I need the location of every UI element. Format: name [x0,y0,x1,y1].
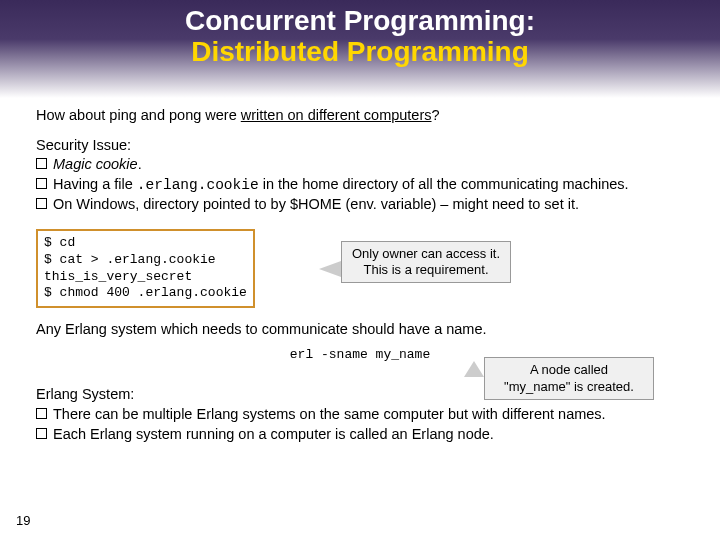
intro-question: How about ping and pong were written on … [36,106,684,126]
security-bullet: Having a file .erlang.cookie in the home… [36,175,684,196]
node-callout-wrap: A node called "my_name" is created. [36,363,684,409]
erlang-system-bullet: Each Erlang system running on a computer… [36,425,684,445]
terminal-callout-wrap: $ cd $ cat > .erlang.cookie this_is_very… [36,223,684,319]
security-issue-block: Security Issue: Magic cookie. Having a f… [36,136,684,215]
slide-content: How about ping and pong were written on … [0,98,720,444]
naming-paragraph: Any Erlang system which needs to communi… [36,320,684,340]
node-created-callout: A node called "my_name" is created. [484,357,654,400]
security-bullet: Magic cookie. [36,155,684,175]
question-underlined: written on different computers [241,107,432,123]
bullet-text: Each Erlang system running on a computer… [53,425,494,445]
term-line: $ cd [44,235,75,250]
term-line: this_is_very_secret [44,269,192,284]
bullet-rest: . [138,156,142,172]
callout-pointer-icon [319,261,341,277]
bullet-italic: Magic cookie [53,156,138,172]
title-line-2: Distributed Programming [0,37,720,68]
security-bullet: On Windows, directory pointed to by $HOM… [36,195,684,215]
terminal-snippet: $ cd $ cat > .erlang.cookie this_is_very… [36,229,255,309]
callout-line: A node called [493,362,645,378]
square-bullet-icon [36,178,47,189]
question-prefix: How about ping and pong were [36,107,241,123]
bullet-prefix: Having a file [53,176,137,192]
security-heading: Security Issue: [36,136,684,156]
bullet-mono: .erlang.cookie [137,177,259,193]
square-bullet-icon [36,198,47,209]
square-bullet-icon [36,158,47,169]
owner-access-callout: Only owner can access it. This is a requ… [341,241,511,284]
callout-pointer-icon [464,361,484,377]
callout-line: This is a requirement. [350,262,502,278]
callout-line: "my_name" is created. [493,379,645,395]
slide-header: Concurrent Programming: Distributed Prog… [0,0,720,98]
question-suffix: ? [432,107,440,123]
page-number: 19 [16,513,30,528]
term-line: $ chmod 400 .erlang.cookie [44,285,247,300]
square-bullet-icon [36,428,47,439]
bullet-rest: in the home directory of all the communi… [259,176,629,192]
bullet-text: On Windows, directory pointed to by $HOM… [53,195,579,215]
callout-line: Only owner can access it. [350,246,502,262]
square-bullet-icon [36,408,47,419]
title-line-1: Concurrent Programming: [0,6,720,37]
term-line: $ cat > .erlang.cookie [44,252,216,267]
